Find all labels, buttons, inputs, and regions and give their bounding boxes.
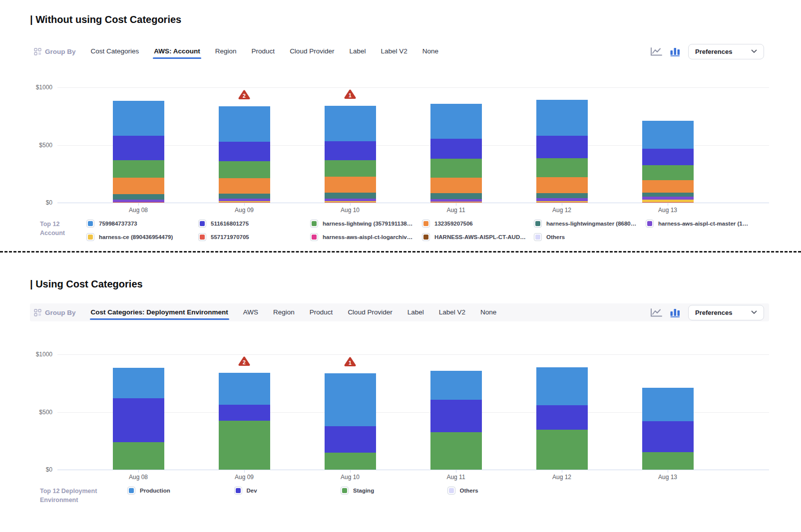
bar-aug-12[interactable] xyxy=(536,100,588,203)
bar-segment-132359207506[interactable] xyxy=(325,177,376,193)
tab-cost-categories-deployment-environment[interactable]: Cost Categories: Deployment Environment xyxy=(91,307,228,318)
bar-segment-staging[interactable] xyxy=(642,452,694,470)
line-chart-toggle-button[interactable] xyxy=(650,47,662,56)
legend-item-harness-aws-aispl-ct-master-1589[interactable]: harness-aws-aispl-ct-master (1589... xyxy=(646,220,758,228)
legend-item-harness-ce-890436954479[interactable]: harness-ce (890436954479) xyxy=(86,233,198,241)
bar-segment-557171970705[interactable] xyxy=(536,202,588,203)
bar-aug-08[interactable] xyxy=(113,101,164,203)
bar-segment-staging[interactable] xyxy=(219,421,270,470)
bar-chart-toggle-button[interactable] xyxy=(670,307,681,317)
legend-item-harness-aws-aispl-ct-logarchive-3[interactable]: harness-aws-aispl-ct-logarchive (3... xyxy=(310,233,422,241)
bar-aug-13[interactable] xyxy=(642,121,694,203)
bar-segment-759984737373[interactable] xyxy=(325,106,376,141)
bar-segment-harness-lightwing-357919113896[interactable] xyxy=(642,165,694,180)
tab-cost-categories[interactable]: Cost Categories xyxy=(91,46,139,57)
tab-none[interactable]: None xyxy=(422,46,438,57)
legend-item-staging[interactable]: Staging xyxy=(341,487,447,495)
tab-cloud-provider[interactable]: Cloud Provider xyxy=(348,307,392,318)
bar-segment-dev[interactable] xyxy=(325,426,376,453)
bar-aug-10[interactable] xyxy=(325,373,376,470)
bar-segment-production[interactable] xyxy=(536,367,588,405)
anomaly-badge[interactable]: 1 xyxy=(344,89,356,99)
tab-cloud-provider[interactable]: Cloud Provider xyxy=(290,46,334,57)
bar-segment-production[interactable] xyxy=(642,388,694,421)
bar-segment-759984737373[interactable] xyxy=(430,104,482,139)
bar-segment-759984737373[interactable] xyxy=(219,106,270,142)
bar-segment-staging[interactable] xyxy=(430,432,482,470)
legend-item-others[interactable]: Others xyxy=(534,233,646,241)
preferences-button[interactable]: Preferences xyxy=(688,44,764,59)
bar-segment-harness-lightwingmaster-8680013[interactable] xyxy=(219,194,270,199)
bar-segment-557171970705[interactable] xyxy=(325,202,376,203)
bar-segment-harness-lightwingmaster-8680013[interactable] xyxy=(325,193,376,199)
bar-segment-132359207506[interactable] xyxy=(113,178,164,194)
tab-none[interactable]: None xyxy=(480,307,496,318)
bar-segment-dev[interactable] xyxy=(113,398,164,442)
bar-segment-511616801275[interactable] xyxy=(113,136,164,160)
bar-aug-12[interactable] xyxy=(536,367,588,470)
tab-region[interactable]: Region xyxy=(273,307,295,318)
bar-segment-dev[interactable] xyxy=(642,421,694,452)
anomaly-badge[interactable]: 2 xyxy=(238,356,250,366)
legend-item-759984737373[interactable]: 759984737373 xyxy=(86,220,198,228)
bar-segment-759984737373[interactable] xyxy=(113,101,164,136)
bar-segment-staging[interactable] xyxy=(113,442,164,470)
bar-segment-511616801275[interactable] xyxy=(325,141,376,161)
bar-segment-harness-lightwingmaster-8680013[interactable] xyxy=(536,193,588,198)
line-chart-toggle-button[interactable] xyxy=(650,308,662,317)
bar-segment-harness-lightwing-357919113896[interactable] xyxy=(219,161,270,179)
bar-segment-557171970705[interactable] xyxy=(430,202,482,203)
bar-segment-511616801275[interactable] xyxy=(642,149,694,165)
bar-segment-harness-lightwing-357919113896[interactable] xyxy=(113,160,164,178)
bar-segment-511616801275[interactable] xyxy=(430,139,482,159)
legend-item-511616801275[interactable]: 511616801275 xyxy=(198,220,310,228)
bar-segment-harness-lightwingmaster-8680013[interactable] xyxy=(113,194,164,200)
legend-item-dev[interactable]: Dev xyxy=(234,487,341,495)
bar-segment-511616801275[interactable] xyxy=(219,142,270,161)
tab-aws[interactable]: AWS xyxy=(243,307,258,318)
tab-label[interactable]: Label xyxy=(349,46,366,57)
bar-segment-557171970705[interactable] xyxy=(219,202,270,203)
bar-segment-harness-lightwingmaster-8680013[interactable] xyxy=(642,193,694,197)
bar-segment-dev[interactable] xyxy=(430,400,482,432)
tab-region[interactable]: Region xyxy=(215,46,237,57)
bar-segment-staging[interactable] xyxy=(325,453,376,470)
tab-aws-account[interactable]: AWS: Account xyxy=(154,46,200,57)
bar-aug-13[interactable] xyxy=(642,388,694,470)
bar-segment-511616801275[interactable] xyxy=(536,136,588,159)
bar-segment-production[interactable] xyxy=(113,368,164,398)
bar-segment-dev[interactable] xyxy=(219,405,270,421)
bar-segment-production[interactable] xyxy=(219,373,270,404)
legend-item-harness-lightwingmaster-8680013[interactable]: harness-lightwingmaster (8680013... xyxy=(534,220,646,228)
legend-item-harness-lightwing-357919113896[interactable]: harness-lightwing (357919113896) xyxy=(310,220,422,228)
legend-item-harness-aws-aispl-ct-audit[interactable]: HARNESS-AWS-AISPL-CT-AUDIT (... xyxy=(422,233,534,241)
anomaly-badge[interactable]: 2 xyxy=(238,90,250,100)
legend-item-production[interactable]: Production xyxy=(127,487,234,495)
tab-product[interactable]: Product xyxy=(252,46,275,57)
legend-item-others[interactable]: Others xyxy=(447,487,554,495)
bar-aug-11[interactable] xyxy=(430,104,482,203)
bar-chart-toggle-button[interactable] xyxy=(670,46,681,56)
bar-segment-harness-lightwing-357919113896[interactable] xyxy=(325,160,376,177)
bar-segment-759984737373[interactable] xyxy=(642,121,694,149)
bar-segment-132359207506[interactable] xyxy=(642,180,694,192)
bar-segment-557171970705[interactable] xyxy=(642,202,694,203)
bar-segment-production[interactable] xyxy=(325,373,376,426)
bar-segment-harness-lightwingmaster-8680013[interactable] xyxy=(430,193,482,199)
bar-segment-harness-lightwing-357919113896[interactable] xyxy=(536,158,588,177)
bar-segment-dev[interactable] xyxy=(536,405,588,430)
bar-segment-staging[interactable] xyxy=(536,430,588,470)
tab-label-v2[interactable]: Label V2 xyxy=(381,46,407,57)
bar-segment-harness-lightwing-357919113896[interactable] xyxy=(430,159,482,178)
legend-item-557171970705[interactable]: 557171970705 xyxy=(198,233,310,241)
bar-aug-09[interactable] xyxy=(219,106,270,203)
tab-label[interactable]: Label xyxy=(407,307,424,318)
tab-label-v2[interactable]: Label V2 xyxy=(439,307,465,318)
tab-product[interactable]: Product xyxy=(310,307,333,318)
preferences-button[interactable]: Preferences xyxy=(688,305,764,320)
legend-item-132359207506[interactable]: 132359207506 xyxy=(422,220,534,228)
bar-segment-132359207506[interactable] xyxy=(536,177,588,193)
bar-segment-132359207506[interactable] xyxy=(219,178,270,194)
bar-aug-11[interactable] xyxy=(430,371,482,470)
bar-aug-08[interactable] xyxy=(113,368,164,470)
